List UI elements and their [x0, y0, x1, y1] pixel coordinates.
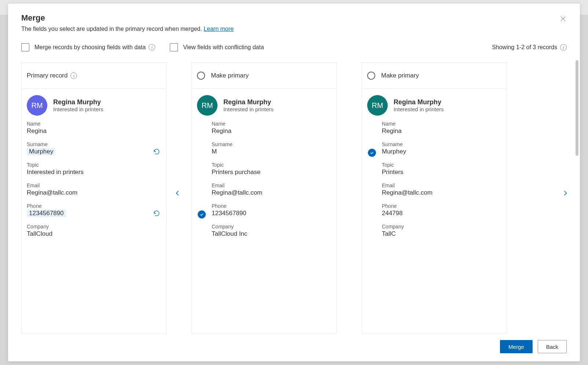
record-profile: RM Regina Murphy Interested in printers: [22, 88, 166, 121]
field-topic[interactable]: Topic Printers purchase: [212, 162, 331, 176]
record-card: Make primary RM Regina Murphy Interested…: [362, 62, 507, 333]
field-name[interactable]: Name Regina: [382, 121, 501, 135]
selected-check-icon: [198, 210, 206, 218]
field-label: Email: [382, 182, 490, 188]
field-surname[interactable]: Surname M: [212, 141, 331, 155]
record-subtitle: Interested in printers: [53, 106, 103, 112]
field-value: Murphey: [382, 148, 490, 155]
field-label: Topic: [382, 162, 490, 168]
field-label: Name: [212, 121, 320, 127]
make-primary-radio[interactable]: [367, 72, 375, 80]
field-company[interactable]: Company TallC: [382, 224, 501, 238]
learn-more-link[interactable]: Learn more: [204, 26, 234, 32]
chevron-right-icon: [562, 189, 569, 198]
card-header: Primary record i: [22, 63, 166, 88]
field-value: Regina: [27, 127, 150, 135]
primary-record-label: Primary record: [27, 72, 67, 79]
undo-icon: [153, 151, 160, 156]
chevron-left-icon: [174, 189, 181, 198]
field-name[interactable]: Name Regina: [27, 121, 161, 135]
card-header: Make primary: [192, 63, 336, 88]
close-icon: [560, 16, 566, 23]
field-email[interactable]: Email Regina@tallc.com: [212, 182, 331, 196]
dialog-footer: Merge Back: [8, 333, 580, 361]
field-value: 1234567890: [27, 210, 66, 217]
options-row: Merge records by choosing fields with da…: [8, 35, 580, 54]
field-name[interactable]: Name Regina: [212, 121, 331, 135]
back-button[interactable]: Back: [538, 340, 567, 353]
subtitle-text: The fields you select are updated in the…: [21, 26, 204, 32]
field-value: Regina@tallc.com: [212, 189, 320, 196]
field-surname[interactable]: Surname Murphey: [382, 141, 501, 155]
field-label: Company: [382, 224, 490, 230]
info-icon[interactable]: i: [560, 44, 567, 51]
make-primary-label: Make primary: [381, 72, 419, 79]
record-profile: RM Regina Murphy Interested in printers: [362, 88, 507, 121]
field-company[interactable]: Company TallCloud Inc: [212, 224, 331, 238]
field-value: 1234567890: [212, 210, 320, 217]
field-value: TallCloud Inc: [212, 230, 320, 238]
field-surname[interactable]: Surname Murphey: [27, 141, 161, 155]
close-button[interactable]: [557, 13, 569, 25]
view-conflicts-checkbox[interactable]: View fields with conflicting data: [170, 43, 264, 51]
field-label: Phone: [27, 203, 150, 209]
undo-icon: [153, 212, 160, 218]
field-phone[interactable]: Phone 1234567890: [27, 203, 161, 217]
field-label: Surname: [27, 141, 150, 147]
field-label: Surname: [212, 141, 320, 147]
field-label: Phone: [382, 203, 490, 209]
field-value: M: [212, 148, 320, 155]
selected-check-icon: [368, 149, 376, 157]
dialog-subtitle: The fields you select are updated in the…: [21, 26, 567, 32]
info-icon[interactable]: i: [149, 44, 155, 51]
field-label: Company: [27, 224, 150, 230]
record-subtitle: Interested in printers: [394, 106, 444, 112]
info-icon[interactable]: i: [70, 72, 77, 79]
field-value: 244798: [382, 210, 490, 217]
field-value: TallC: [382, 230, 490, 238]
merge-dialog: Merge The fields you select are updated …: [8, 4, 580, 361]
record-card-primary: Primary record i RM Regina Murphy Intere…: [21, 62, 167, 333]
merge-with-data-checkbox[interactable]: Merge records by choosing fields with da…: [21, 43, 155, 51]
merge-with-data-label: Merge records by choosing fields with da…: [34, 44, 146, 51]
undo-button[interactable]: [153, 148, 161, 156]
dialog-title: Merge: [21, 13, 567, 23]
make-primary-label: Make primary: [211, 72, 249, 79]
checkbox-icon: [170, 43, 178, 51]
view-conflicts-label: View fields with conflicting data: [183, 44, 264, 51]
field-topic[interactable]: Topic Interested in printers: [27, 162, 161, 176]
merge-button[interactable]: Merge: [500, 340, 533, 353]
showing-count: Showing 1-2 of 3 records i: [492, 44, 567, 51]
make-primary-radio[interactable]: [197, 72, 205, 80]
avatar: RM: [27, 95, 47, 116]
avatar: RM: [197, 95, 218, 116]
record-card: Make primary RM Regina Murphy Interested…: [191, 62, 337, 333]
field-label: Name: [27, 121, 150, 127]
record-name: Regina Murphy: [394, 98, 444, 106]
field-label: Topic: [212, 162, 320, 168]
scrollbar-thumb[interactable]: [576, 60, 578, 156]
field-topic[interactable]: Topic Printers: [382, 162, 501, 176]
field-phone[interactable]: Phone 1234567890: [212, 203, 331, 217]
field-value: TallCloud: [27, 230, 150, 238]
field-company[interactable]: Company TallCloud: [27, 224, 161, 238]
field-email[interactable]: Email Regina@tallc.com: [382, 182, 501, 196]
field-value: Printers: [382, 169, 490, 176]
next-record-button[interactable]: [559, 188, 571, 199]
field-label: Name: [382, 121, 490, 127]
field-email[interactable]: Email Regina@tallc.com: [27, 182, 161, 196]
records-area: Primary record i RM Regina Murphy Intere…: [8, 54, 580, 333]
field-label: Email: [27, 182, 150, 188]
showing-text: Showing 1-2 of 3 records: [492, 44, 557, 51]
fields-list: Name Regina Surname M Topic Printers pur…: [192, 121, 336, 248]
field-label: Company: [212, 224, 320, 230]
avatar: RM: [367, 95, 388, 116]
field-value: Regina@tallc.com: [27, 189, 150, 196]
record-name: Regina Murphy: [223, 98, 274, 106]
prev-record-button[interactable]: [172, 188, 183, 199]
undo-button[interactable]: [153, 210, 161, 218]
field-value: Regina@tallc.com: [382, 189, 490, 196]
field-label: Surname: [382, 141, 490, 147]
field-phone[interactable]: Phone 244798: [382, 203, 501, 217]
field-value: Printers purchase: [212, 169, 320, 176]
